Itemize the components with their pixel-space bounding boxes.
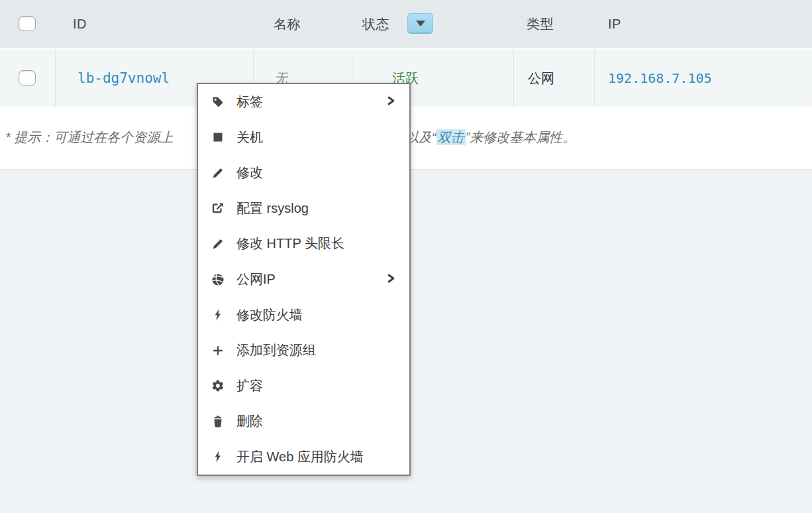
submenu-chevron-icon xyxy=(386,273,396,286)
row-type-value: 公网 xyxy=(528,50,554,107)
menu-item-label: 配置 rsyslog xyxy=(236,200,309,217)
pencil-icon xyxy=(211,237,227,251)
submenu-chevron-icon xyxy=(386,95,396,109)
pencil-icon xyxy=(211,166,227,180)
menu-item-modify-http-header[interactable]: 修改 HTTP 头限长 xyxy=(198,226,409,262)
menu-item-label: 开启 Web 应用防火墙 xyxy=(236,448,364,466)
menu-item-modify-firewall[interactable]: 修改防火墙 xyxy=(198,297,409,333)
menu-item-label: 公网IP xyxy=(236,270,276,288)
menu-item-add-to-resource-group[interactable]: 添加到资源组 xyxy=(198,333,409,369)
lightning-icon xyxy=(211,308,227,321)
menu-item-label: 添加到资源组 xyxy=(236,341,316,359)
menu-item-label: 标签 xyxy=(236,93,263,111)
menu-item-tags[interactable]: 标签 xyxy=(198,84,409,120)
menu-item-label: 修改 HTTP 头限长 xyxy=(236,235,344,253)
column-header-id: ID xyxy=(73,0,87,48)
column-header-type: 类型 xyxy=(527,0,554,48)
gear-icon xyxy=(211,379,227,392)
resource-id-link[interactable]: lb-dg7vnowl xyxy=(77,50,170,107)
column-divider xyxy=(513,50,514,107)
menu-item-modify[interactable]: 修改 xyxy=(198,155,409,191)
trash-icon xyxy=(211,415,227,428)
column-header-status: 状态 xyxy=(362,0,389,48)
menu-item-resize[interactable]: 扩容 xyxy=(198,368,409,404)
lightning-icon xyxy=(211,450,227,463)
menu-item-public-ip[interactable]: 公网IP xyxy=(198,262,409,298)
double-click-highlight: 双击 xyxy=(436,129,466,145)
column-header-name: 名称 xyxy=(274,0,301,48)
stop-icon xyxy=(211,131,227,144)
hint-text-prefix: * 提示：可通过在各个资源上 xyxy=(5,129,173,146)
export-icon xyxy=(211,201,227,215)
context-menu: 标签 关机 修改 配置 rsyslog 修改 HTTP 头限长 公网IP xyxy=(197,83,411,476)
status-filter-button[interactable] xyxy=(407,13,433,34)
column-divider xyxy=(55,50,56,107)
column-divider xyxy=(594,50,595,107)
chevron-down-icon xyxy=(416,21,425,27)
menu-item-configure-rsyslog[interactable]: 配置 rsyslog xyxy=(198,191,409,227)
row-checkbox[interactable] xyxy=(19,70,36,86)
menu-item-delete[interactable]: 删除 xyxy=(198,404,409,439)
menu-item-label: 修改 xyxy=(236,164,263,182)
menu-item-shutdown[interactable]: 关机 xyxy=(198,120,409,156)
tag-icon xyxy=(211,95,227,109)
menu-item-label: 扩容 xyxy=(236,377,263,395)
row-ip-value[interactable]: 192.168.7.105 xyxy=(608,50,712,107)
menu-item-label: 删除 xyxy=(236,412,263,430)
menu-item-label: 修改防火墙 xyxy=(236,306,303,324)
menu-item-enable-waf[interactable]: 开启 Web 应用防火墙 xyxy=(198,439,409,475)
menu-item-label: 关机 xyxy=(236,129,263,146)
column-header-ip: IP xyxy=(608,0,621,48)
select-all-checkbox[interactable] xyxy=(19,16,36,31)
table-header: ID 名称 状态 类型 IP xyxy=(0,0,812,48)
globe-icon xyxy=(211,273,227,286)
plus-icon xyxy=(211,344,227,357)
hint-text-suffix: 以及“双击”来修改基本属性。 xyxy=(405,129,576,146)
